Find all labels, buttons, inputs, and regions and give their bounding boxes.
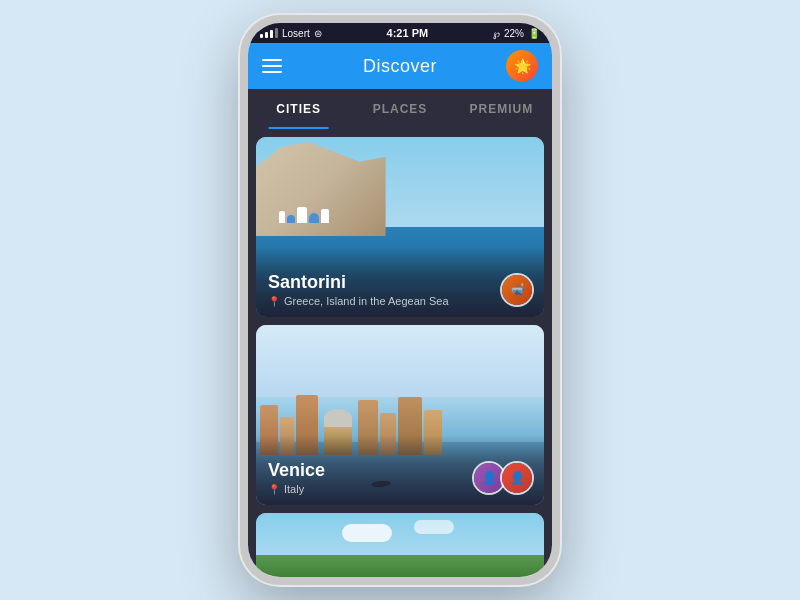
status-right: ℘ 22% 🔋 — [493, 28, 540, 39]
venice-avatar-2-icon: 👤 — [510, 471, 525, 485]
avatar-emoji: 🤿 — [510, 283, 525, 297]
hamburger-line-2 — [262, 65, 282, 67]
city-card-third[interactable] — [256, 513, 544, 577]
phone-frame: Losert ⊜ 4:21 PM ℘ 22% 🔋 Discover 🌟 CITI… — [240, 15, 560, 585]
cloud-1 — [342, 524, 392, 542]
third-sky — [256, 513, 544, 555]
header: Discover 🌟 — [248, 43, 552, 89]
tab-navigation: CITIES PLACES PREMIUM — [248, 89, 552, 129]
santorini-image: Santorini 📍 Greece, Island in the Aegean… — [256, 137, 544, 317]
tab-cities[interactable]: CITIES — [248, 89, 349, 129]
location-pin-icon: 📍 — [268, 296, 280, 307]
santorini-location-text: Greece, Island in the Aegean Sea — [284, 295, 449, 307]
tab-premium-label: PREMIUM — [469, 102, 533, 116]
hamburger-line-3 — [262, 71, 282, 73]
tab-places[interactable]: PLACES — [349, 89, 450, 129]
content-area: Santorini 📍 Greece, Island in the Aegean… — [248, 129, 552, 577]
signal-icon — [260, 28, 278, 38]
status-left: Losert ⊜ — [260, 28, 322, 39]
venice-sky — [256, 325, 544, 397]
third-card-image — [256, 513, 544, 577]
venice-location-pin-icon: 📍 — [268, 484, 280, 495]
wifi-icon: ⊜ — [314, 28, 322, 39]
venice-avatar-1-icon: 👤 — [482, 471, 497, 485]
tab-places-label: PLACES — [373, 102, 428, 116]
user-avatar-button[interactable]: 🌟 — [506, 50, 538, 82]
tab-premium[interactable]: PREMIUM — [451, 89, 552, 129]
cloud-2 — [414, 520, 454, 534]
santorini-city-name: Santorini — [268, 272, 532, 293]
tab-cities-label: CITIES — [276, 102, 321, 116]
battery-icon: 🔋 — [528, 28, 540, 39]
venice-avatar-2: 👤 — [500, 461, 534, 495]
status-bar: Losert ⊜ 4:21 PM ℘ 22% 🔋 — [248, 23, 552, 43]
white-buildings — [279, 207, 329, 223]
santorini-location: 📍 Greece, Island in the Aegean Sea — [268, 295, 532, 307]
venice-avatars: 👤 👤 — [472, 461, 534, 495]
battery-level: 22% — [504, 28, 524, 39]
third-scene — [256, 513, 544, 577]
carrier-name: Losert — [282, 28, 310, 39]
bluetooth-icon: ℘ — [493, 28, 500, 39]
venice-location-text: Italy — [284, 483, 304, 495]
header-title: Discover — [363, 56, 437, 77]
venice-image: Venice 📍 Italy 👤 👤 — [256, 325, 544, 505]
city-card-santorini[interactable]: Santorini 📍 Greece, Island in the Aegean… — [256, 137, 544, 317]
santorini-avatars: 🤿 — [500, 273, 534, 307]
city-card-venice[interactable]: Venice 📍 Italy 👤 👤 — [256, 325, 544, 505]
third-ground — [256, 555, 544, 577]
santorini-avatar-1: 🤿 — [500, 273, 534, 307]
hamburger-line-1 — [262, 59, 282, 61]
user-avatar-icon: 🌟 — [514, 58, 531, 74]
status-time: 4:21 PM — [387, 27, 429, 39]
hamburger-button[interactable] — [262, 59, 282, 73]
